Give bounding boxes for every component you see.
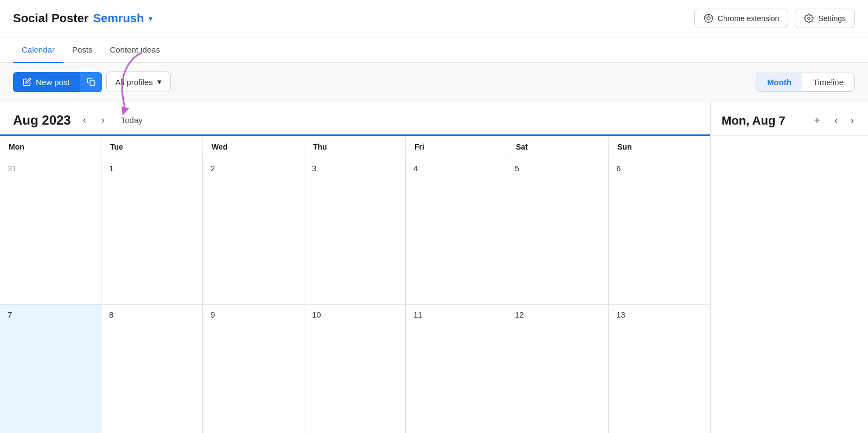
calendar-cell-11[interactable]: 11	[406, 305, 507, 434]
day-header-sat: Sat	[507, 136, 609, 158]
svg-point-1	[707, 17, 710, 20]
new-post-btn-group: New post	[13, 72, 102, 92]
calendar-cell-8[interactable]: 8	[101, 305, 203, 434]
right-panel: Mon, Aug 7 + ‹ ›	[711, 101, 868, 433]
toolbar-left: New post All profiles ▾	[13, 72, 171, 92]
day-header-fri: Fri	[406, 136, 507, 158]
calendar-today-button[interactable]: Today	[117, 113, 147, 127]
date-31: 31	[8, 164, 17, 173]
calendar-prev-button[interactable]: ‹	[80, 112, 90, 128]
calendar-week-2: 7 8 9 10 11 12	[0, 305, 710, 434]
edit-icon	[23, 77, 31, 86]
calendar-days-header: Mon Tue Wed Thu Fri Sat Sun	[0, 136, 710, 158]
app-header: Social Poster Semrush ▾ Chrome extension…	[0, 0, 868, 37]
new-post-copy-button[interactable]	[80, 72, 102, 92]
calendar-month-title: Aug 2023	[13, 113, 71, 128]
main-nav: Calendar Posts Content ideas	[0, 37, 868, 63]
copy-icon	[87, 77, 95, 86]
nav-item-calendar[interactable]: Calendar	[13, 37, 63, 63]
view-month-button[interactable]: Month	[756, 73, 802, 91]
panel-add-button[interactable]: +	[809, 112, 825, 129]
view-timeline-button[interactable]: Timeline	[802, 73, 854, 91]
calendar-week-1: 31 1 2 3 4 5	[0, 158, 710, 305]
header-left: Social Poster Semrush ▾	[13, 11, 152, 25]
brand-chevron-icon[interactable]: ▾	[149, 14, 152, 23]
main-content: Aug 2023 ‹ › Today Mon Tue Wed Thu Fri S…	[0, 101, 868, 433]
svg-rect-7	[90, 81, 95, 86]
profiles-label: All profiles	[116, 77, 153, 87]
calendar-cell-2[interactable]: 2	[203, 158, 304, 304]
app-title: Social Poster	[13, 11, 88, 25]
chrome-extension-label: Chrome extension	[718, 14, 780, 23]
calendar-next-button[interactable]: ›	[98, 112, 108, 128]
date-7: 7	[8, 310, 12, 319]
calendar-header: Aug 2023 ‹ › Today	[0, 101, 710, 136]
gear-icon	[804, 14, 814, 23]
brand-name[interactable]: Semrush	[93, 11, 144, 25]
date-2: 2	[210, 164, 215, 173]
chrome-icon	[704, 14, 713, 23]
calendar-cell-7[interactable]: 7	[0, 305, 101, 434]
toolbar: New post All profiles ▾ Month Timeline	[0, 63, 868, 101]
calendar-cell-13[interactable]: 13	[609, 305, 710, 434]
date-8: 8	[109, 310, 113, 319]
date-13: 13	[616, 310, 626, 319]
chrome-extension-button[interactable]: Chrome extension	[694, 9, 789, 28]
day-header-mon: Mon	[0, 136, 101, 158]
date-4: 4	[413, 164, 418, 173]
calendar-cell-6[interactable]: 6	[609, 158, 710, 304]
new-post-button[interactable]: New post	[13, 72, 80, 92]
calendar-cell-9[interactable]: 9	[203, 305, 304, 434]
profiles-dropdown[interactable]: All profiles ▾	[106, 72, 171, 92]
view-toggle: Month Timeline	[756, 73, 855, 92]
day-header-tue: Tue	[101, 136, 203, 158]
date-11: 11	[413, 310, 423, 319]
day-header-thu: Thu	[304, 136, 406, 158]
date-10: 10	[312, 310, 321, 319]
day-header-wed: Wed	[203, 136, 304, 158]
settings-label: Settings	[818, 14, 846, 23]
header-right: Chrome extension Settings	[694, 9, 855, 28]
calendar-cell-1[interactable]: 1	[101, 158, 203, 304]
date-5: 5	[515, 164, 519, 173]
calendar-cell-3[interactable]: 3	[304, 158, 406, 304]
date-12: 12	[515, 310, 524, 319]
dropdown-chevron-icon: ▾	[157, 77, 162, 87]
calendar-weeks: 31 1 2 3 4 5	[0, 158, 710, 433]
nav-item-posts[interactable]: Posts	[63, 37, 101, 63]
nav-item-content-ideas[interactable]: Content ideas	[101, 37, 169, 63]
date-3: 3	[312, 164, 316, 173]
svg-point-5	[808, 17, 810, 20]
panel-prev-button[interactable]: ‹	[831, 113, 841, 128]
new-post-label: New post	[36, 77, 70, 87]
toolbar-right: Month Timeline	[756, 73, 855, 92]
day-header-sun: Sun	[609, 136, 710, 158]
date-1: 1	[109, 164, 113, 173]
calendar-cell-4[interactable]: 4	[406, 158, 507, 304]
calendar-cell-12[interactable]: 12	[507, 305, 609, 434]
calendar-cell-10[interactable]: 10	[304, 305, 406, 434]
date-6: 6	[616, 164, 621, 173]
panel-next-button[interactable]: ›	[847, 113, 857, 128]
calendar-cell-31[interactable]: 31	[0, 158, 101, 304]
calendar-cell-5[interactable]: 5	[507, 158, 609, 304]
settings-button[interactable]: Settings	[795, 9, 855, 28]
date-9: 9	[210, 310, 215, 319]
calendar-grid: Mon Tue Wed Thu Fri Sat Sun 31 1	[0, 136, 710, 433]
right-panel-header: Mon, Aug 7 + ‹ ›	[711, 101, 868, 136]
calendar-area: Aug 2023 ‹ › Today Mon Tue Wed Thu Fri S…	[0, 101, 711, 433]
right-panel-title: Mon, Aug 7	[722, 114, 803, 128]
